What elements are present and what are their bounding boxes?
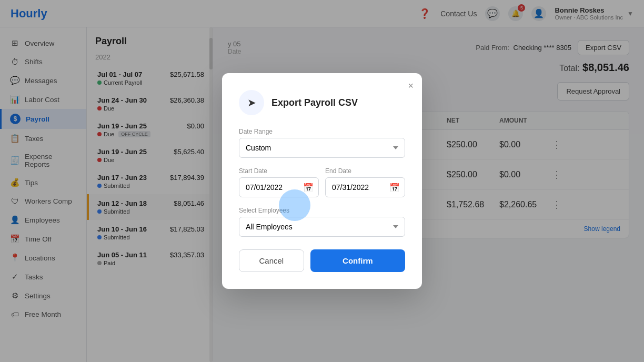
select-employees-label: Select Employees [239,207,405,214]
date-row: Start Date 📅 End Date 📅 [239,167,405,197]
select-employees-field: Select Employees All Employees [239,207,405,237]
end-date-input[interactable] [325,177,405,197]
start-date-input-wrap: 📅 [239,177,319,197]
select-employees-select[interactable]: All Employees [239,217,405,237]
modal-close-button[interactable]: × [408,81,414,92]
modal-title: Export Payroll CSV [271,97,358,108]
modal-actions: Cancel Confirm [239,249,405,272]
date-range-select[interactable]: Custom This Week Last Week This Month La… [239,138,405,158]
modal-overlay: × ➤ Export Payroll CSV Date Range Custom… [0,0,644,362]
export-icon: ➤ [247,96,256,109]
modal-header: ➤ Export Payroll CSV [239,90,405,115]
confirm-button[interactable]: Confirm [310,249,405,272]
start-date-label: Start Date [239,167,319,175]
export-modal: × ➤ Export Payroll CSV Date Range Custom… [222,73,422,289]
start-date-input[interactable] [239,177,319,197]
end-date-label: End Date [325,167,405,175]
date-range-field: Date Range Custom This Week Last Week Th… [239,128,405,158]
cancel-button[interactable]: Cancel [239,249,304,272]
start-date-field: Start Date 📅 [239,167,319,197]
date-range-label: Date Range [239,128,405,135]
end-date-input-wrap: 📅 [325,177,405,197]
modal-icon-wrap: ➤ [239,90,264,115]
end-date-field: End Date 📅 [325,167,405,197]
